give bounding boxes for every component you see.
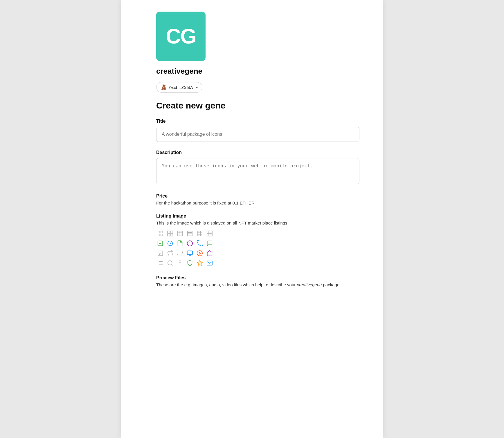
svg-rect-25 [158,241,163,246]
icon-cell [186,249,194,257]
svg-marker-35 [199,252,201,254]
title-section: Title [156,119,359,142]
icon-cell [166,249,174,257]
preview-files-italic: creativegene [297,282,322,287]
svg-rect-31 [187,251,192,255]
price-description: For the hackathon purpose it is fixed at… [156,200,359,205]
price-section: Price For the hackathon purpose it is fi… [156,193,359,205]
app-name: creativegene [156,67,359,76]
svg-point-42 [168,261,172,265]
description-input[interactable] [156,158,359,184]
icon-cell [176,239,184,247]
icon-cell [196,259,204,267]
svg-rect-15 [197,231,202,236]
icon-cell [176,229,184,238]
svg-rect-3 [161,234,163,236]
title-input[interactable] [156,127,359,142]
wallet-address: 0xcb...Cd4A [169,85,193,90]
svg-marker-45 [197,260,202,265]
preview-files-description: These are the e.g. images, audio, video … [156,282,359,287]
icon-cell [156,249,164,257]
preview-files-label: Preview Files [156,275,359,280]
listing-image-label: Listing Image [156,213,359,219]
price-label: Price [156,193,359,199]
icon-cell [156,259,164,267]
description-section: Description [156,150,359,185]
logo-text: CG [166,24,196,48]
icon-cell [166,259,174,267]
icon-cell [186,259,194,267]
icon-cell [156,229,164,238]
preview-files-text-before: These are the e.g. images, audio, video … [156,282,297,287]
icon-cell [156,239,164,247]
icon-cell [186,239,194,247]
icon-cell [186,229,194,238]
svg-point-34 [197,251,202,256]
icon-cell [206,249,214,257]
icon-cell [196,239,204,247]
svg-point-44 [179,261,181,263]
app-logo: CG [156,12,206,61]
page-container: CG creativegene 🧸 0xcb...Cd4A ▾ Create n… [121,0,383,438]
page-title: Create new gene [156,101,359,111]
icon-cell [196,249,204,257]
icon-cell [166,229,174,238]
svg-rect-7 [170,234,173,236]
description-label: Description [156,150,359,155]
wallet-emoji: 🧸 [161,84,167,91]
title-label: Title [156,119,359,124]
preview-files-text-after: package. [322,282,341,287]
svg-rect-0 [158,231,160,233]
listing-image-description: This is the image which is displayed on … [156,220,359,225]
svg-rect-1 [161,231,163,233]
svg-rect-4 [168,231,170,233]
icon-cell [176,259,184,267]
icon-cell [206,229,214,238]
icon-cell [206,259,214,267]
preview-files-section: Preview Files These are the e.g. images,… [156,275,359,287]
icon-cell [196,229,204,238]
wallet-badge[interactable]: 🧸 0xcb...Cd4A ▾ [156,82,202,93]
icon-cell [166,239,174,247]
svg-rect-6 [168,234,170,236]
svg-rect-5 [170,231,173,233]
chevron-down-icon: ▾ [196,85,198,90]
icon-cell [176,249,184,257]
icon-grid [156,229,214,267]
svg-rect-2 [158,234,160,236]
svg-rect-8 [178,231,183,236]
svg-line-43 [171,264,172,265]
listing-image-section: Listing Image This is the image which is… [156,213,359,267]
icon-cell [206,239,214,247]
